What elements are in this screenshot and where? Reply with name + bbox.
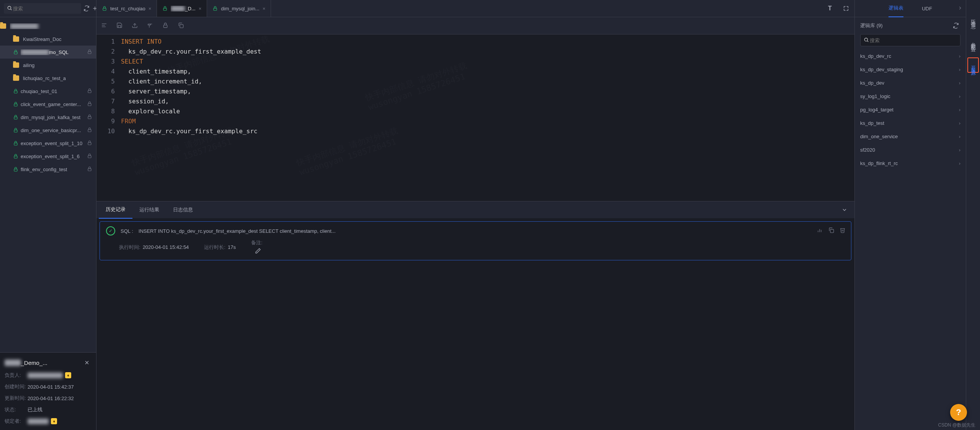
- stats-icon[interactable]: [817, 227, 823, 234]
- chevron-right-icon[interactable]: [957, 5, 963, 12]
- tab-udf[interactable]: UDF: [922, 0, 932, 17]
- duplicate-icon[interactable]: [178, 22, 184, 29]
- owner-badge-icon: ♦: [65, 372, 71, 378]
- db-item[interactable]: sy_log1_logic›: [855, 90, 966, 103]
- tree-folder[interactable]: lichuqiao_rc_test_a: [0, 72, 96, 85]
- lock-status-icon: [87, 88, 92, 95]
- tree-folder[interactable]: KwaiStream_Doc: [0, 33, 96, 46]
- history-entry[interactable]: ✓ SQL : INSERT INTO ks_dp_dev_rc.your_fi…: [100, 221, 851, 260]
- chevron-right-icon: ›: [959, 107, 960, 113]
- db-item[interactable]: ks_dp_dev_rc›: [855, 49, 966, 63]
- db-item[interactable]: sf2020›: [855, 143, 966, 157]
- editor-tabs: test_rc_chuqiao×████_D...×dim_mysql_join…: [96, 0, 854, 17]
- rail-params-config[interactable]: 参数配置: [968, 34, 978, 48]
- svg-rect-14: [88, 129, 91, 132]
- db-item-label: ks_dp_flink_rt_rc: [860, 160, 898, 166]
- code-editor[interactable]: 12345678910 INSERT INTO ks_dp_dev_rc.you…: [96, 34, 854, 201]
- tree-file[interactable]: click_event_game_center...: [0, 98, 96, 111]
- close-icon[interactable]: [82, 358, 91, 367]
- db-item[interactable]: ks_dp_dev_staging›: [855, 63, 966, 76]
- copy-icon[interactable]: [828, 227, 834, 234]
- lock-status-icon: [87, 114, 92, 121]
- tree-file[interactable]: ████████mo_SQL: [0, 46, 96, 59]
- chevron-right-icon: ›: [959, 160, 960, 166]
- svg-rect-31: [180, 25, 183, 28]
- editor-tab[interactable]: dim_mysql_join...×: [207, 0, 271, 17]
- svg-rect-12: [88, 116, 91, 119]
- svg-rect-13: [14, 130, 17, 132]
- sidebar-search[interactable]: [4, 3, 81, 14]
- sidebar-tree: ████████ KwaiStream_Doc████████mo_SQLail…: [0, 17, 96, 352]
- svg-rect-23: [103, 8, 106, 10]
- tree-item-label: ████████mo_SQL: [21, 49, 87, 55]
- tree-file[interactable]: flink_env_config_test: [0, 163, 96, 176]
- right-search[interactable]: [860, 34, 960, 46]
- tree-item-label: dim_mysql_join_kafka_test: [21, 114, 87, 120]
- lock-status-icon: [87, 127, 92, 134]
- editor-tab[interactable]: ████_D...×: [157, 0, 207, 17]
- edit-remark-icon[interactable]: [253, 246, 263, 255]
- tree-file[interactable]: dim_one_service_basicpr...: [0, 124, 96, 137]
- db-item[interactable]: ks_dp_test›: [855, 116, 966, 130]
- align-icon[interactable]: [101, 22, 107, 29]
- text-tool-icon[interactable]: T: [825, 4, 835, 13]
- refresh-icon[interactable]: [83, 4, 90, 13]
- tree-item-label: KwaiStream_Doc: [23, 36, 92, 42]
- right-lib-label: 逻辑库: [860, 23, 875, 28]
- right-search-input[interactable]: [869, 37, 957, 44]
- tree-file[interactable]: chuqiao_test_01: [0, 85, 96, 98]
- chevron-right-icon: ›: [959, 120, 960, 126]
- svg-rect-5: [14, 52, 17, 54]
- db-item[interactable]: ks_dp_dev›: [855, 76, 966, 90]
- db-item-label: pg_log4_target: [860, 107, 893, 113]
- right-db-list: ks_dp_dev_rc›ks_dp_dev_staging›ks_dp_dev…: [855, 49, 966, 430]
- svg-point-0: [8, 6, 11, 9]
- right-refresh-icon[interactable]: [951, 21, 960, 30]
- search-icon: [864, 37, 869, 44]
- collapse-icon[interactable]: [837, 207, 852, 213]
- help-fab[interactable]: ?: [950, 404, 967, 421]
- svg-rect-16: [88, 142, 91, 145]
- db-item[interactable]: dim_one_service›: [855, 130, 966, 143]
- svg-rect-17: [14, 156, 17, 158]
- db-item[interactable]: ks_dp_flink_rt_rc›: [855, 157, 966, 170]
- tree-folder[interactable]: ailing: [0, 59, 96, 72]
- detail-owner-value: ██████████: [28, 373, 63, 378]
- svg-point-36: [864, 38, 867, 41]
- tab-result[interactable]: 运行结果: [132, 201, 166, 218]
- lock-status-icon: [87, 153, 92, 160]
- db-item-label: ks_dp_test: [860, 120, 884, 126]
- format-icon[interactable]: [147, 22, 153, 29]
- tab-log[interactable]: 日志信息: [166, 201, 200, 218]
- attribution-text: CSDN @数据先生: [938, 422, 975, 428]
- db-item[interactable]: pg_log4_target›: [855, 103, 966, 116]
- save-icon[interactable]: [116, 22, 122, 29]
- tab-logic-table[interactable]: 逻辑表: [889, 0, 903, 17]
- tree-file[interactable]: dim_mysql_join_kafka_test: [0, 111, 96, 124]
- close-icon[interactable]: ×: [263, 6, 266, 11]
- tree-root-folder[interactable]: ████████: [0, 20, 96, 33]
- tree-file[interactable]: exception_event_split_1_10: [0, 137, 96, 150]
- svg-rect-18: [88, 155, 91, 158]
- fullscreen-icon[interactable]: [841, 4, 851, 13]
- editor-tab[interactable]: test_rc_chuqiao×: [96, 0, 157, 17]
- rail-version-info[interactable]: 版本信息: [968, 11, 978, 25]
- close-icon[interactable]: ×: [199, 6, 202, 11]
- lock-icon[interactable]: [162, 22, 168, 29]
- rail-dev-resources[interactable]: 开发资源: [967, 57, 979, 73]
- db-item-label: sf2020: [860, 147, 875, 153]
- upload-icon[interactable]: [132, 22, 138, 29]
- detail-locker-label: 锁定者:: [5, 418, 28, 425]
- close-icon[interactable]: ×: [149, 6, 152, 11]
- tree-file[interactable]: exception_event_split_1_6: [0, 150, 96, 163]
- tab-history[interactable]: 历史记录: [99, 201, 132, 219]
- lock-icon: [13, 128, 18, 133]
- svg-rect-35: [830, 229, 834, 233]
- delete-icon[interactable]: [840, 227, 846, 234]
- folder-icon: [13, 75, 19, 81]
- tab-label: ████_D...: [171, 6, 195, 11]
- editor-code[interactable]: INSERT INTO ks_dp_dev_rc.your_first_exam…: [119, 34, 261, 201]
- sidebar-detail-panel: ████_Demo_... 负责人:██████████♦ 创建时间:2020-…: [0, 352, 96, 430]
- svg-rect-6: [88, 51, 91, 54]
- sidebar-search-input[interactable]: [12, 5, 78, 12]
